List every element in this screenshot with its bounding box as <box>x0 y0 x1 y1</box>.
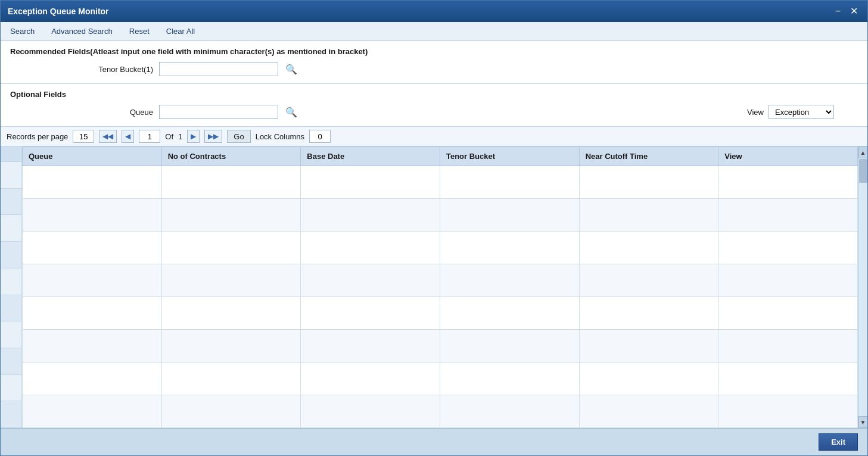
scroll-thumb[interactable] <box>859 159 867 183</box>
col-base-date: Base Date <box>301 147 440 166</box>
row-sel-cell[interactable] <box>1 348 21 375</box>
row-sel-cell[interactable] <box>1 295 21 322</box>
optional-section: Optional Fields Queue 🔍 View Exception A… <box>1 84 867 127</box>
scroll-track[interactable] <box>858 158 868 416</box>
main-table-area: Queue No of Contracts Base Date Tenor Bu… <box>22 146 858 428</box>
total-pages: 1 <box>178 132 182 141</box>
toolbar: Search Advanced Search Reset Clear All <box>1 22 867 41</box>
records-per-page-input[interactable] <box>73 130 94 143</box>
row-sel-cell[interactable] <box>1 268 21 295</box>
row-sel-cell[interactable] <box>1 401 21 428</box>
row-sel-cell[interactable] <box>1 242 21 268</box>
current-page-input[interactable] <box>139 130 160 143</box>
prev-page-button[interactable]: ◀ <box>122 130 134 143</box>
vertical-scrollbar[interactable]: ▲ ▼ <box>858 146 867 428</box>
table-row <box>23 330 858 363</box>
content-area: Recommended Fields(Atleast input one fie… <box>1 41 867 428</box>
reset-button[interactable]: Reset <box>127 26 152 37</box>
footer: Exit <box>1 428 867 455</box>
tenor-bucket-label: Tenor Bucket(1) <box>82 65 153 74</box>
exit-button[interactable]: Exit <box>819 433 858 451</box>
advanced-search-button[interactable]: Advanced Search <box>49 26 115 37</box>
next-page-button[interactable]: ▶ <box>187 130 200 143</box>
table-row <box>23 232 858 264</box>
last-page-button[interactable]: ▶▶ <box>204 130 222 143</box>
row-sel-cell[interactable] <box>1 189 21 215</box>
optional-left: Queue 🔍 <box>82 105 298 119</box>
view-select[interactable]: Exception All Custom <box>769 105 834 119</box>
col-view: View <box>718 147 858 166</box>
scroll-up-button[interactable]: ▲ <box>858 146 868 158</box>
col-queue: Queue <box>23 147 162 166</box>
row-selector-column <box>1 146 22 428</box>
minimize-button[interactable]: − <box>833 7 843 16</box>
title-bar-controls: − ✕ <box>833 7 860 16</box>
row-sel-cell[interactable] <box>1 375 21 402</box>
tenor-bucket-search-icon[interactable]: 🔍 <box>284 64 298 75</box>
col-tenor-bucket: Tenor Bucket <box>440 147 579 166</box>
table-row <box>23 264 858 297</box>
row-sel-cell[interactable] <box>1 321 21 348</box>
queue-search-icon[interactable]: 🔍 <box>284 107 298 118</box>
clear-all-button[interactable]: Clear All <box>164 26 197 37</box>
table-container: Queue No of Contracts Base Date Tenor Bu… <box>1 146 867 428</box>
pagination-bar: Records per page ◀◀ ◀ Of 1 ▶ ▶▶ Go Lock … <box>1 127 867 146</box>
go-button[interactable]: Go <box>227 130 250 143</box>
close-button[interactable]: ✕ <box>848 7 860 16</box>
queue-label: Queue <box>82 108 153 117</box>
data-table: Queue No of Contracts Base Date Tenor Bu… <box>22 146 858 428</box>
table-row <box>23 363 858 395</box>
row-sel-cell[interactable] <box>1 162 21 189</box>
col-no-of-contracts: No of Contracts <box>161 147 301 166</box>
recommended-heading: Recommended Fields(Atleast input one fie… <box>10 47 858 56</box>
optional-heading: Optional Fields <box>10 90 858 99</box>
optional-right: View Exception All Custom <box>747 105 834 119</box>
window-title: Exception Queue Monitor <box>8 7 109 16</box>
row-sel-cell[interactable] <box>1 215 21 242</box>
row-sel-header <box>1 146 21 162</box>
view-label: View <box>747 108 764 117</box>
queue-input[interactable] <box>159 105 278 119</box>
lock-columns-input[interactable] <box>309 130 331 143</box>
records-per-page-label: Records per page <box>7 132 68 141</box>
search-button[interactable]: Search <box>8 26 37 37</box>
of-label: Of <box>165 132 173 141</box>
table-row <box>23 395 858 428</box>
col-near-cutoff-time: Near Cutoff Time <box>579 147 718 166</box>
tenor-bucket-row: Tenor Bucket(1) 🔍 <box>10 62 858 76</box>
recommended-section: Recommended Fields(Atleast input one fie… <box>1 41 867 84</box>
main-window: Exception Queue Monitor − ✕ Search Advan… <box>0 0 868 456</box>
optional-fields-row: Queue 🔍 View Exception All Custom <box>10 105 858 119</box>
lock-columns-label: Lock Columns <box>256 132 304 141</box>
table-row <box>23 166 858 199</box>
tenor-bucket-input[interactable] <box>159 62 278 76</box>
scroll-down-button[interactable]: ▼ <box>858 416 868 428</box>
first-page-button[interactable]: ◀◀ <box>99 130 117 143</box>
title-bar: Exception Queue Monitor − ✕ <box>1 1 867 22</box>
table-row <box>23 297 858 330</box>
table-row <box>23 199 858 232</box>
